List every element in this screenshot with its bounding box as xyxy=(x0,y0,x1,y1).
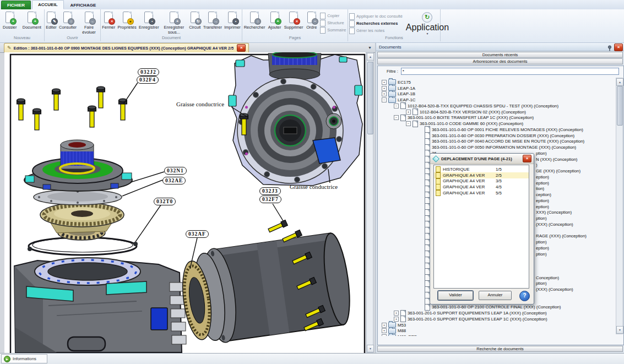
tab-list-caret-icon[interactable]: ▼ xyxy=(368,46,372,50)
properties-icon: ● xyxy=(122,11,133,24)
expand-toggle-icon[interactable]: + xyxy=(382,80,387,85)
tree-item-label-fragment: (XXX) (Conception) xyxy=(536,287,573,292)
grease-annotation: Graisse conductrice xyxy=(176,101,224,107)
tree-item-label-fragment: ption) xyxy=(536,252,547,257)
expand-toggle-icon[interactable]: − xyxy=(394,104,399,108)
help-icon[interactable]: ? xyxy=(519,291,530,301)
tree-item[interactable]: + 363-001-201-0 SUPPORT EQUIPEMENTS LEAP… xyxy=(378,310,616,316)
scroll-up-icon[interactable]: ▲ xyxy=(367,53,374,61)
tree-item[interactable]: − 1012-B04-520-B-TXX EQUIPPED CHASSIS SP… xyxy=(378,103,616,109)
tree-item[interactable]: + EC175 xyxy=(378,79,616,85)
tree-item[interactable]: 363-001-101-0-60 OP 2100 CONTROLE FINAL … xyxy=(378,305,616,311)
drawing-scrollbar[interactable]: ▲ ▼ xyxy=(366,52,373,353)
gerer-notes-button[interactable]: Gérer les notes xyxy=(349,27,403,34)
appliquer-doc-button[interactable]: Appliquer le doc consulté xyxy=(349,13,403,20)
tree-scroll-down-icon[interactable]: ▼ xyxy=(616,326,623,334)
filter-input[interactable] xyxy=(401,68,619,75)
tree-item[interactable]: 363-001-101-0-60 OP 0040 ACCORD DE MISE … xyxy=(378,139,616,145)
documents-recents-bar[interactable]: Documents récents xyxy=(377,52,623,58)
group-label-nouveau: Nouveau xyxy=(0,35,44,41)
page-list: HISTORIQUE 1/5 GRAPHIQUE A4 VER 2/5 GRAP… xyxy=(433,165,529,289)
ordre-button[interactable]: − Ordre xyxy=(305,10,318,31)
page-number: 4/5 xyxy=(496,184,502,189)
tree-item[interactable]: − 363-001-101-0 CODE GAMME 60 (XXX) (Con… xyxy=(378,121,616,127)
page-list-item[interactable]: GRAPHIQUE A4 VER 4/5 xyxy=(434,184,529,190)
page-number: 3/5 xyxy=(496,178,502,183)
rechercher-button[interactable]: ○ Rechercher xyxy=(243,10,267,31)
tree-scrollbar-thumb[interactable] xyxy=(617,86,623,126)
page-list-item[interactable]: GRAPHIQUE A4 VER 3/5 xyxy=(434,178,529,184)
copier-button[interactable]: Copier xyxy=(320,12,346,19)
tree-scrollbar[interactable]: ▲ ▼ xyxy=(616,78,623,334)
tree-item[interactable]: + M88_EPF xyxy=(378,334,616,336)
fermer-button[interactable]: × Fermer xyxy=(101,10,116,31)
dossier-button[interactable]: + Dossier xyxy=(2,10,18,31)
part-callout: 032AF xyxy=(186,230,209,238)
recherche-documents-bar[interactable]: Recherche de documents xyxy=(377,346,623,352)
expand-toggle-icon[interactable]: + xyxy=(382,91,387,96)
arborescence-bar[interactable]: Arborescence des documents xyxy=(377,58,623,64)
tree-item[interactable]: − LEAP-1C xyxy=(378,97,616,103)
expand-toggle-icon[interactable]: + xyxy=(394,311,399,316)
structure-button[interactable]: Structure xyxy=(320,19,346,26)
scroll-down-icon[interactable]: ▼ xyxy=(367,345,374,352)
tree-item[interactable]: + 1012-B04-520-B-TXX VERSION 02 (XXX) (C… xyxy=(378,109,616,115)
expand-toggle-icon[interactable]: − xyxy=(394,115,399,120)
dialog-diamond-icon xyxy=(432,155,439,162)
drawing-scrollbar-thumb[interactable] xyxy=(367,62,373,134)
technical-drawing xyxy=(4,52,366,353)
tree-item[interactable]: 363-001-101-0-60 OP 0030 PREPARATION DOS… xyxy=(378,133,616,139)
summary-icon xyxy=(320,27,325,34)
valider-button[interactable]: Valider xyxy=(438,291,473,300)
tree-item-label: 363-001-101-0-60 OP 0050 INFORMATION MON… xyxy=(432,145,576,150)
expand-toggle-icon[interactable]: + xyxy=(382,86,387,91)
supprimer-button[interactable]: × Supprimer xyxy=(283,10,305,31)
panel-close-button[interactable]: × xyxy=(614,44,623,51)
editer-button[interactable]: ✎ Editer xyxy=(45,10,58,31)
page-list-item[interactable]: GRAPHIQUE A4 VER 2/5 xyxy=(434,172,529,178)
informations-tab[interactable]: ▶ Informations xyxy=(1,354,47,363)
faire-evoluer-button[interactable]: → Faire évoluer xyxy=(78,10,100,35)
expand-toggle-icon[interactable]: − xyxy=(406,121,411,126)
expand-toggle-icon[interactable]: + xyxy=(406,110,411,115)
tree-item[interactable]: − 363-001-101-0 BOITE TRANSFERT LEAP 1C … xyxy=(378,115,616,121)
imprimer-button[interactable]: ▪ Imprimer xyxy=(223,10,242,31)
tree-item[interactable]: 363-001-101-0-60 OP 0001 FICHE RELEVES M… xyxy=(378,127,616,133)
proprietes-button[interactable]: ● Propriétés xyxy=(117,10,138,31)
tree-item[interactable]: + LEAP-1B xyxy=(378,91,616,97)
ajouter-button[interactable]: + Ajouter xyxy=(267,10,283,31)
tab-fichier[interactable]: FICHIER xyxy=(1,1,31,9)
tree-item[interactable]: + LEAP-1A xyxy=(378,85,616,91)
dialog-close-button[interactable]: × xyxy=(523,155,531,162)
consulter-button[interactable]: ○ Consulter xyxy=(58,10,78,31)
page-list-item[interactable]: GRAPHIQUE A4 VER 5/5 xyxy=(434,190,529,196)
expand-toggle-icon[interactable]: + xyxy=(382,328,387,333)
expand-toggle-icon[interactable]: + xyxy=(382,323,387,328)
tree-scroll-up-icon[interactable]: ▲ xyxy=(616,78,623,86)
drawing-canvas[interactable]: 032J2 032F4 032N1 032AE 032T0 032J3 032F… xyxy=(4,52,366,353)
page-list-item[interactable]: HISTORIQUE 1/5 xyxy=(434,166,529,172)
apply-doc-icon xyxy=(349,13,355,20)
tree-item[interactable]: + 363-001-201-0 SUPPORT EQUIPEMENTS LEAP… xyxy=(378,316,616,322)
tab-affichage[interactable]: AFFICHAGE xyxy=(65,1,102,9)
tree-item[interactable]: 363-001-101-0-60 OP 0050 INFORMATION MON… xyxy=(378,144,616,150)
tree-item[interactable]: + M88 xyxy=(378,328,616,334)
transferer-button[interactable]: → Transférer xyxy=(202,10,223,31)
tab-accueil[interactable]: ACCUEIL xyxy=(32,0,64,9)
document-button[interactable]: + Document xyxy=(21,10,42,31)
document-tab-close-button[interactable]: × xyxy=(237,44,246,52)
enregistrer-sous-button[interactable]: + Enregistrer sous... xyxy=(160,10,188,35)
expand-toggle-icon[interactable]: + xyxy=(382,334,387,336)
sommaire-button[interactable]: Sommaire xyxy=(320,26,346,34)
expand-toggle-icon[interactable]: + xyxy=(394,317,399,322)
document-tab[interactable]: ✎ Edition : 363-001-101-0-60 OP 0900 MON… xyxy=(4,43,249,52)
close-document-icon: × xyxy=(103,11,114,24)
expand-toggle-icon[interactable]: − xyxy=(382,97,387,102)
tree-item-label-fragment: (XXX) (Conception) xyxy=(536,222,573,227)
pin-icon[interactable] xyxy=(606,44,613,50)
tree-item[interactable]: + M53 xyxy=(378,322,616,328)
annuler-button[interactable]: Annuler xyxy=(479,291,512,300)
recherches-externes-button[interactable]: Recherches externes xyxy=(349,20,403,27)
enregistrer-button[interactable]: ▪ Enregistrer xyxy=(138,10,160,31)
circuit-button[interactable]: ↻ Circuit xyxy=(188,10,202,31)
